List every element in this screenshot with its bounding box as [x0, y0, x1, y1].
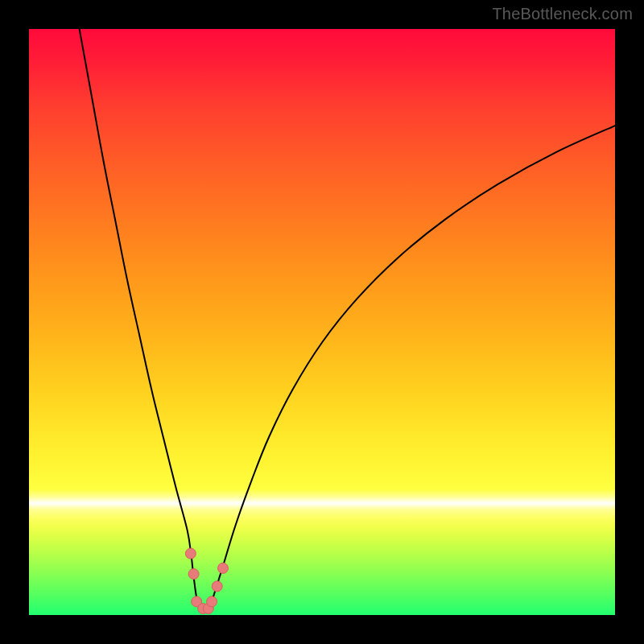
highlight-dot	[212, 581, 222, 592]
highlight-dot	[207, 597, 217, 607]
plot-area	[29, 29, 615, 615]
outer-frame: TheBottleneck.com	[0, 0, 644, 644]
watermark-text: TheBottleneck.com	[492, 5, 633, 23]
bottleneck-curve	[80, 29, 615, 612]
highlight-dot	[188, 569, 199, 580]
highlight-dot	[185, 548, 196, 559]
highlighted-points	[185, 548, 228, 613]
highlight-dot	[218, 563, 229, 573]
curve-layer	[29, 29, 615, 615]
